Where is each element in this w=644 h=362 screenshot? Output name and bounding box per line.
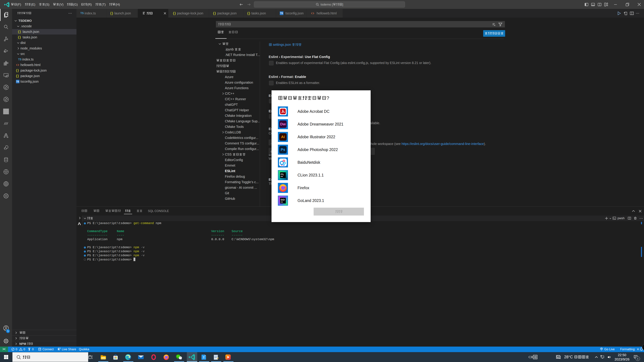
svg-text:T: T: [203, 356, 204, 359]
